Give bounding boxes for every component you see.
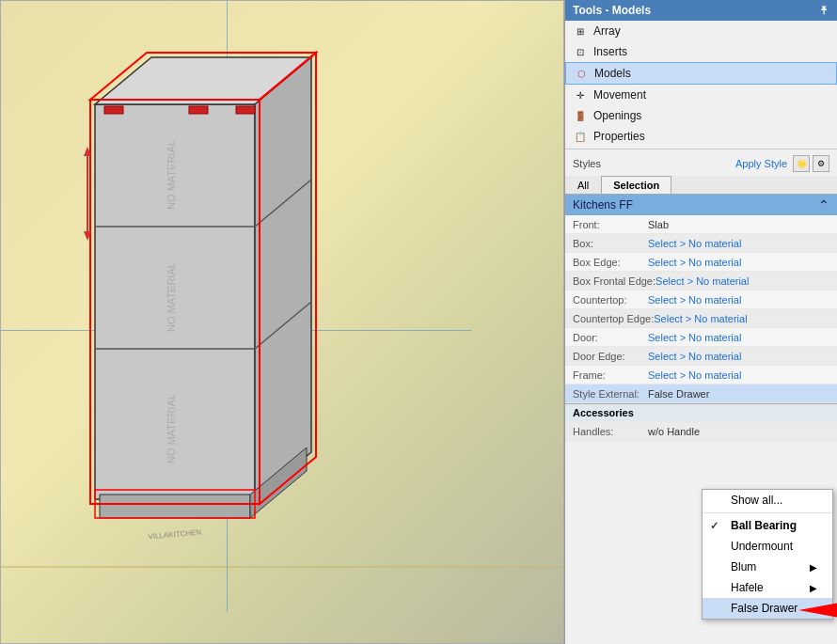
panel-header: Tools - Models 🖈 (565, 0, 837, 21)
dropdown-label-undermount: Undermount (731, 540, 793, 553)
dropdown-item-hafele[interactable]: Hafele ▶ (703, 577, 832, 598)
menu-item-openings[interactable]: 🚪 Openings (565, 105, 837, 126)
prop-value-door-edge[interactable]: Select > No material (648, 351, 741, 362)
dropdown-item-undermount[interactable]: Undermount (703, 536, 832, 557)
prop-label-frame: Frame: (573, 369, 648, 381)
prop-label-style-external: Style External: (573, 388, 648, 400)
dropdown-label-blum: Blum (731, 560, 756, 573)
main-container: NO MATERIAL NO MATERIAL NO MATERIAL VILL… (0, 0, 837, 644)
dropdown-separator-1 (703, 512, 832, 513)
tabs-bar: All Selection (565, 176, 837, 195)
menu-item-array[interactable]: ⊞ Array (565, 21, 837, 41)
prop-row-front: Front: Slab (565, 215, 837, 234)
prop-value-box-edge[interactable]: Select > No material (648, 257, 741, 268)
svg-text:NO MATERIAL: NO MATERIAL (166, 394, 177, 463)
prop-label-box-edge: Box Edge: (573, 257, 648, 268)
prop-label-countertop: Countertop: (573, 294, 648, 306)
menu-item-properties[interactable]: 📋 Properties (565, 126, 837, 147)
apply-style-button[interactable]: Apply Style (735, 158, 787, 169)
svg-rect-18 (236, 106, 255, 114)
menu-label-movement: Movement (593, 88, 646, 102)
svg-text:NO MATERIAL: NO MATERIAL (166, 262, 177, 332)
right-panel: Tools - Models 🖈 ⊞ Array ⊡ Inserts ⬡ Mod… (564, 0, 837, 644)
prop-value-box-frontal-edge[interactable]: Select > No material (655, 275, 749, 287)
prop-label-door: Door: (573, 332, 648, 343)
category-name: Kitchens FF (573, 198, 633, 212)
svg-text:VILLAKITCHEN: VILLAKITCHEN (148, 528, 202, 542)
prop-row-countertop-edge: Countertop Edge: Select > No material (565, 309, 837, 328)
menu-item-movement[interactable]: ✛ Movement (565, 85, 837, 105)
panel-title: Tools - Models (573, 4, 651, 17)
prop-label-box: Box: (573, 238, 648, 249)
cabinet-drawing: NO MATERIAL NO MATERIAL NO MATERIAL VILL… (48, 29, 358, 574)
svg-rect-16 (104, 106, 123, 114)
prop-row-countertop: Countertop: Select > No material (565, 291, 837, 309)
styles-label: Styles (573, 158, 601, 169)
dropdown-label-ball-bearing: Ball Bearing (731, 519, 797, 532)
hafele-submenu-arrow: ▶ (810, 583, 817, 593)
menu-label-properties: Properties (593, 130, 645, 143)
svg-rect-17 (189, 106, 208, 114)
menu-item-models[interactable]: ⬡ Models (565, 62, 837, 85)
prop-row-box: Box: Select > No material (565, 234, 837, 253)
openings-icon: 🚪 (573, 108, 588, 123)
blum-submenu-arrow: ▶ (810, 562, 817, 573)
menu-label-openings: Openings (593, 109, 641, 122)
style-settings-icon[interactable]: ⚙ (813, 155, 829, 172)
prop-value-handles[interactable]: w/o Handle (648, 426, 700, 437)
prop-row-style-external: Style External: False Drawer (565, 385, 837, 403)
models-icon: ⬡ (574, 66, 589, 81)
menu-item-inserts[interactable]: ⊡ Inserts (565, 41, 837, 62)
prop-row-box-edge: Box Edge: Select > No material (565, 253, 837, 272)
pin-icon[interactable]: 🖈 (818, 4, 829, 17)
prop-row-handles: Handles: w/o Handle (565, 422, 837, 441)
dropdown-item-ball-bearing[interactable]: ✓ Ball Bearing (703, 515, 832, 536)
prop-value-countertop[interactable]: Select > No material (648, 294, 741, 306)
prop-value-box[interactable]: Select > No material (648, 238, 741, 249)
accessories-row: Accessories (565, 403, 837, 422)
prop-row-door-edge: Door Edge: Select > No material (565, 347, 837, 366)
category-expand-icon: ⌃ (818, 197, 829, 212)
svg-rect-3 (100, 495, 250, 518)
prop-row-door: Door: Select > No material (565, 328, 837, 347)
dropdown-item-show-all[interactable]: Show all... (703, 490, 832, 510)
prop-label-handles: Handles: (573, 426, 648, 437)
dropdown-label-hafele: Hafele (731, 581, 764, 594)
svg-marker-23 (798, 601, 837, 620)
movement-icon: ✛ (573, 87, 588, 102)
prop-row-frame: Frame: Select > No material (565, 366, 837, 385)
dropdown-label-show-all: Show all... (731, 494, 782, 507)
prop-label-box-frontal-edge: Box Frontal Edge: (573, 275, 655, 287)
prop-value-style-external: False Drawer (648, 388, 709, 400)
prop-value-frame[interactable]: Select > No material (648, 369, 741, 381)
prop-label-countertop-edge: Countertop Edge: (573, 313, 654, 324)
tab-all[interactable]: All (565, 176, 601, 194)
accessories-label: Accessories (573, 407, 634, 418)
prop-value-front: Slab (648, 219, 669, 230)
prop-value-countertop-edge[interactable]: Select > No material (654, 313, 747, 324)
prop-label-door-edge: Door Edge: (573, 351, 648, 362)
inserts-icon: ⊡ (573, 44, 588, 59)
menu-label-inserts: Inserts (593, 45, 627, 58)
dropdown-label-false-drawer: False Drawer (731, 602, 798, 615)
array-icon: ⊞ (573, 24, 588, 39)
prop-value-door[interactable]: Select > No material (648, 332, 741, 343)
category-header[interactable]: Kitchens FF ⌃ (565, 195, 837, 215)
red-arrow-indicator (798, 599, 837, 624)
checkmark-ball-bearing: ✓ (710, 520, 725, 532)
separator-1 (565, 149, 837, 149)
tab-selection[interactable]: Selection (601, 176, 671, 194)
menu-label-array: Array (593, 24, 621, 38)
viewport: NO MATERIAL NO MATERIAL NO MATERIAL VILL… (0, 0, 564, 644)
properties-icon: 📋 (573, 129, 588, 144)
prop-label-front: Front: (573, 219, 648, 230)
menu-label-models: Models (594, 67, 631, 80)
svg-marker-2 (255, 57, 311, 499)
style-icon-group: 🌟 ⚙ (793, 155, 829, 172)
styles-header: Styles Apply Style 🌟 ⚙ (565, 151, 837, 176)
svg-text:NO MATERIAL: NO MATERIAL (166, 140, 177, 210)
prop-row-box-frontal-edge: Box Frontal Edge: Select > No material (565, 272, 837, 291)
style-new-icon[interactable]: 🌟 (793, 155, 810, 172)
dropdown-item-blum[interactable]: Blum ▶ (703, 557, 832, 577)
